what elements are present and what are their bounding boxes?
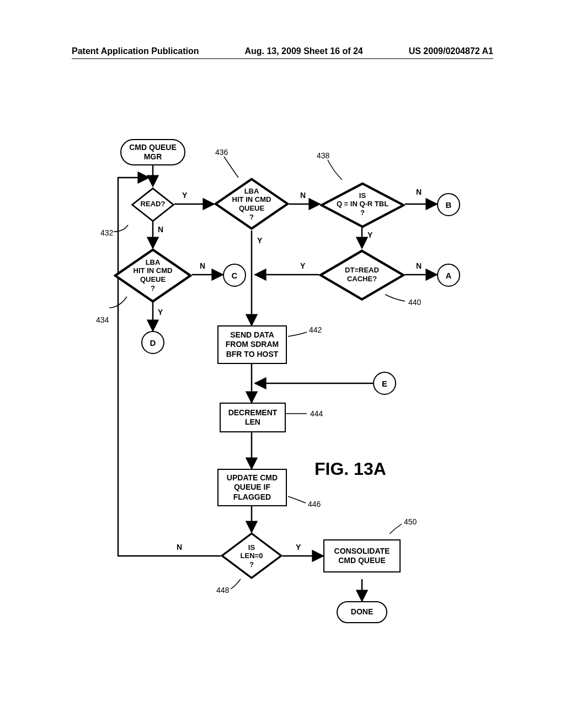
label-n-read: N [158, 225, 163, 234]
figure-title: FIG. 13A [315, 459, 386, 479]
label-n-438: N [416, 188, 422, 196]
decision-lba-hit-436-label: LBA HIT IN CMD QUEUE ? [229, 187, 275, 221]
label-n-434: N [200, 261, 205, 270]
decision-lba-hit-434-label: LBA HIT IN CMD QUEUE ? [130, 258, 176, 292]
label-y-436: Y [257, 236, 262, 245]
process-decrement-len: DECREMENT LEN [220, 403, 286, 432]
decision-readcache-label: DT=READ CACHE? [342, 266, 382, 283]
label-y-438: Y [367, 231, 372, 239]
decision-read-label: READ? [137, 200, 169, 208]
decision-read: READ? [131, 188, 174, 221]
ref-434: 434 [96, 315, 109, 324]
label-y-440: Y [300, 261, 305, 270]
process-consolidate: CONSOLIDATE CMD QUEUE [323, 539, 401, 572]
terminator-done: DONE [337, 601, 387, 623]
terminator-done-label: DONE [351, 607, 373, 617]
decision-qrtbl-label: IS Q = IN Q-R TBL ? [333, 191, 392, 217]
flowchart-canvas: CMD QUEUE MGR READ? LBA HIT IN CMD QUEUE… [0, 0, 565, 728]
label-y-434: Y [158, 308, 163, 317]
connector-A: A [437, 264, 460, 287]
label-n-436: N [300, 191, 306, 200]
connector-E-label: E [382, 379, 387, 388]
label-n-448: N [177, 543, 182, 552]
ref-432: 432 [100, 228, 113, 237]
process-update-cmd-queue-label: UPDATE CMD QUEUE IF FLAGGED [227, 473, 278, 502]
ref-450: 450 [404, 517, 417, 526]
decision-lba-hit-434: LBA HIT IN CMD QUEUE ? [114, 248, 192, 302]
label-y-448: Y [296, 543, 301, 552]
connector-B: B [437, 193, 460, 216]
ref-440: 440 [408, 298, 421, 307]
process-send-data-label: SEND DATA FROM SDRAM BFR TO HOST [226, 330, 279, 360]
connector-C: C [223, 264, 246, 287]
connector-D-label: D [150, 338, 156, 347]
process-send-data: SEND DATA FROM SDRAM BFR TO HOST [217, 325, 287, 364]
decision-readcache: DT=READ CACHE? [319, 249, 405, 300]
process-update-cmd-queue: UPDATE CMD QUEUE IF FLAGGED [217, 469, 287, 506]
flowchart-lines [0, 0, 565, 728]
label-n-440: N [416, 261, 422, 270]
label-y-read: Y [182, 191, 187, 200]
decision-qrtbl: IS Q = IN Q-R TBL ? [320, 182, 405, 226]
connector-A-label: A [446, 271, 452, 280]
process-decrement-len-label: DECREMENT LEN [228, 408, 278, 427]
ref-446: 446 [308, 500, 321, 508]
decision-len0-label: IS LEN=0 ? [237, 543, 266, 569]
connector-C-label: C [232, 271, 238, 280]
connector-D: D [141, 331, 164, 354]
ref-442: 442 [309, 325, 322, 334]
terminator-start: CMD QUEUE MGR [120, 139, 185, 165]
terminator-start-label: CMD QUEUE MGR [129, 143, 177, 162]
connector-E: E [373, 372, 396, 395]
ref-444: 444 [310, 409, 323, 418]
ref-448: 448 [216, 586, 229, 595]
decision-len0: IS LEN=0 ? [221, 532, 282, 580]
process-consolidate-label: CONSOLIDATE CMD QUEUE [334, 547, 390, 566]
connector-B-label: B [446, 200, 452, 210]
ref-438: 438 [317, 151, 329, 160]
decision-lba-hit-436: LBA HIT IN CMD QUEUE ? [214, 178, 289, 231]
ref-436: 436 [215, 148, 228, 157]
